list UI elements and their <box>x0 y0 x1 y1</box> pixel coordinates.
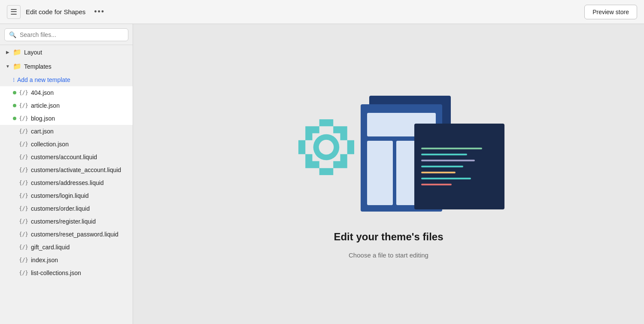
code-line <box>421 154 467 155</box>
code-line <box>421 160 475 161</box>
add-template-icon: ⁝ <box>13 76 15 83</box>
doc-col-left <box>367 141 393 205</box>
file-type-icon: {/} <box>19 218 28 224</box>
file-status-dot <box>13 104 16 107</box>
main-layout: 🔍 ▶ 📁 Layout ▼ 📁 Templates <box>0 24 644 324</box>
header-left: ☰ Edit code for Shapes ••• <box>7 5 105 19</box>
file-name: collection.json <box>31 141 128 148</box>
layout-label: Layout <box>24 49 128 56</box>
file-item[interactable]: {/}customers/reset_password.liquid <box>0 228 133 241</box>
file-name: customers/login.liquid <box>31 192 128 199</box>
add-template-label: Add a new template <box>17 76 70 83</box>
file-name: customers/addresses.liquid <box>31 179 128 186</box>
file-name: cart.json <box>31 128 128 135</box>
svg-point-1 <box>319 140 334 155</box>
back-button[interactable]: ☰ <box>7 5 21 19</box>
file-name: list-collections.json <box>31 269 128 276</box>
code-line <box>421 178 471 179</box>
file-name: customers/order.liquid <box>31 205 128 212</box>
file-item[interactable]: {/}customers/addresses.liquid <box>0 176 133 189</box>
file-name: customers/register.liquid <box>31 218 128 225</box>
file-name: blog.json <box>31 115 128 122</box>
file-item[interactable]: {/}customers/login.liquid <box>0 189 133 202</box>
file-name: customers/activate_account.liquid <box>31 167 128 173</box>
folder-icon: 📁 <box>13 48 21 56</box>
folder-icon: 📁 <box>13 62 21 70</box>
sidebar-scroll-area: ▶ 📁 Layout ▼ 📁 Templates ⁝ Add a new tem… <box>0 45 133 324</box>
main-subtitle: Choose a file to start editing <box>349 251 428 259</box>
file-item[interactable]: {/}404.json <box>0 86 133 99</box>
file-item[interactable]: {/}article.json <box>0 99 133 112</box>
preview-store-button[interactable]: Preview store <box>584 5 637 19</box>
file-status-dot <box>13 117 16 120</box>
file-type-icon: {/} <box>19 193 28 199</box>
file-type-icon: {/} <box>19 167 28 173</box>
file-item[interactable]: {/}gift_card.liquid <box>0 241 133 254</box>
file-item[interactable]: {/}customers/order.liquid <box>0 202 133 215</box>
file-item[interactable]: {/}customers/activate_account.liquid <box>0 164 133 176</box>
add-template-button[interactable]: ⁝ Add a new template <box>0 73 133 86</box>
code-line <box>421 148 482 149</box>
file-item[interactable]: {/}customers/register.liquid <box>0 215 133 228</box>
file-item[interactable]: {/}collection.json <box>0 138 133 151</box>
file-type-icon: {/} <box>19 103 28 109</box>
file-name: 404.json <box>31 89 128 96</box>
gear-icon <box>298 119 354 177</box>
sidebar-file-tree: ▶ 📁 Layout ▼ 📁 Templates ⁝ Add a new tem… <box>0 45 133 324</box>
main-title: Edit your theme's files <box>334 231 443 243</box>
file-name: customers/account.liquid <box>31 154 128 160</box>
file-type-icon: {/} <box>19 180 28 186</box>
more-options-button[interactable]: ••• <box>94 7 105 16</box>
arrow-icon: ▶ <box>5 50 10 55</box>
file-type-icon: {/} <box>19 244 28 250</box>
page-title: Edit code for Shapes <box>26 8 85 15</box>
file-type-icon: {/} <box>19 270 28 276</box>
file-item[interactable]: {/}index.json <box>0 254 133 266</box>
search-icon: 🔍 <box>9 31 16 38</box>
search-input[interactable] <box>20 31 124 38</box>
file-item[interactable]: {/}customers/account.liquid <box>0 151 133 164</box>
search-input-wrap: 🔍 <box>4 28 128 41</box>
file-type-icon: {/} <box>19 141 28 147</box>
file-name: article.json <box>31 102 128 109</box>
file-status-dot <box>13 91 16 94</box>
file-name: gift_card.liquid <box>31 244 128 251</box>
file-item[interactable]: {/}blog.json <box>0 112 133 125</box>
file-type-icon: {/} <box>19 257 28 263</box>
file-name: index.json <box>31 257 128 263</box>
code-line <box>421 166 463 167</box>
file-type-icon: {/} <box>19 154 28 160</box>
file-item[interactable]: {/}cart.json <box>0 125 133 138</box>
code-panel <box>414 124 504 209</box>
header: ☰ Edit code for Shapes ••• Preview store <box>0 0 644 24</box>
file-name: customers/reset_password.liquid <box>31 231 128 238</box>
file-type-icon: {/} <box>19 231 28 237</box>
sidebar: 🔍 ▶ 📁 Layout ▼ 📁 Templates <box>0 24 133 324</box>
templates-folder[interactable]: ▼ 📁 Templates <box>0 59 133 73</box>
layout-folder[interactable]: ▶ 📁 Layout <box>0 45 133 59</box>
content-area: Edit your theme's files Choose a file to… <box>133 24 644 324</box>
code-line <box>421 184 452 185</box>
arrow-icon: ▼ <box>5 64 10 69</box>
illustration <box>294 89 483 218</box>
code-line <box>421 172 456 173</box>
file-list: {/}404.json{/}article.json{/}blog.json{/… <box>0 86 133 279</box>
file-type-icon: {/} <box>19 206 28 212</box>
file-type-icon: {/} <box>19 90 28 96</box>
templates-label: Templates <box>24 63 128 70</box>
file-type-icon: {/} <box>19 128 28 134</box>
file-item[interactable]: {/}list-collections.json <box>0 266 133 279</box>
file-type-icon: {/} <box>19 115 28 121</box>
search-section: 🔍 <box>0 24 133 45</box>
